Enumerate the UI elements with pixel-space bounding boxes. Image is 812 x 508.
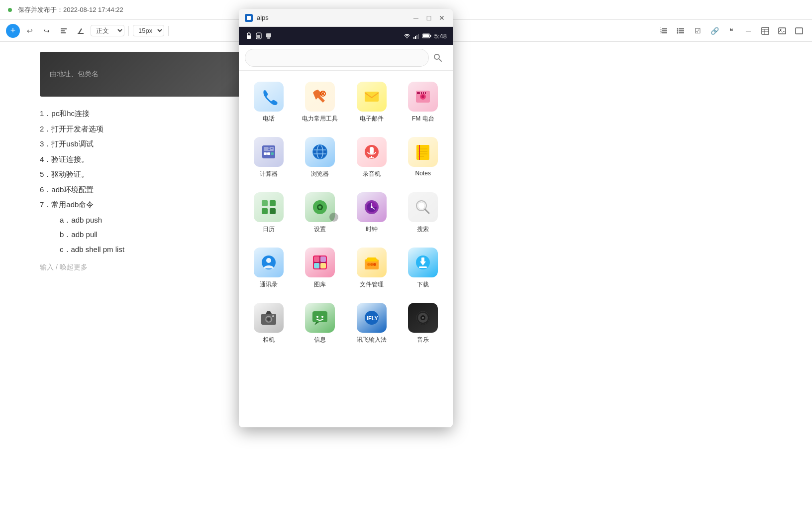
settings-icon [305, 192, 335, 222]
calc-label: 计算器 [260, 170, 278, 178]
status-icons-right: 5:48 [404, 32, 447, 40]
app-files[interactable]: 文件管理 [349, 245, 394, 292]
app-email[interactable]: 电子邮件 [349, 79, 394, 126]
sim-icon [255, 32, 263, 40]
image-button[interactable] [775, 24, 789, 38]
svg-rect-54 [271, 148, 273, 149]
app-notes[interactable]: Notes [401, 134, 445, 181]
svg-rect-73 [270, 200, 276, 206]
clock-label: 时钟 [366, 225, 378, 234]
svg-rect-51 [264, 152, 267, 155]
app-sms[interactable]: 信息 [298, 300, 342, 347]
gallery-label: 图库 [314, 280, 326, 289]
svg-point-105 [272, 315, 274, 317]
app-row-1: 电话 电力常用工具 [239, 77, 453, 128]
sms-label: 信息 [314, 336, 326, 344]
svg-rect-20 [779, 28, 786, 34]
phone-label: 电话 [263, 115, 275, 123]
redo-button[interactable]: ↪ [40, 24, 54, 38]
svg-rect-63 [370, 147, 374, 154]
svg-rect-23 [247, 16, 251, 20]
app-fm[interactable]: FM 电台 [401, 79, 445, 126]
app-row-2: 计算器 浏览器 [239, 132, 453, 183]
svg-point-97 [373, 263, 376, 266]
app-ifly[interactable]: iFLY 讯飞输入法 [349, 300, 394, 347]
android-search-input[interactable] [245, 49, 429, 67]
settings-label: 设置 [314, 225, 326, 234]
table-button[interactable] [758, 24, 772, 38]
checkbox-button[interactable]: ☑ [691, 24, 705, 38]
sms-icon [305, 303, 335, 333]
svg-rect-31 [416, 35, 417, 39]
svg-text:iFLY: iFLY [367, 315, 378, 321]
camera-label: 相机 [263, 336, 275, 344]
svg-rect-0 [61, 28, 67, 29]
ordered-list-button[interactable]: 123 [657, 24, 671, 38]
svg-rect-66 [416, 145, 429, 160]
app-music[interactable]: 音乐 [401, 300, 445, 347]
clock-icon [357, 192, 387, 222]
app-phone[interactable]: 电话 [246, 79, 291, 126]
font-style-select[interactable]: 正文 标题1 标题2 [91, 25, 124, 36]
app-recorder[interactable]: 录音机 [349, 134, 394, 181]
app-calendar[interactable]: 日历 [246, 189, 291, 237]
svg-rect-6 [662, 32, 667, 33]
download-label: 下载 [417, 280, 429, 289]
svg-point-78 [318, 206, 321, 209]
link-button[interactable]: 🔗 [708, 24, 721, 38]
window-controls: ─ □ ✕ [411, 13, 447, 23]
bullet-list-button[interactable] [674, 24, 688, 38]
search-button[interactable] [429, 49, 447, 67]
search-label: 搜索 [417, 225, 429, 234]
camera-icon [254, 303, 284, 333]
maximize-button[interactable]: □ [424, 13, 434, 23]
more-button[interactable] [792, 24, 806, 38]
clear-button[interactable] [74, 24, 88, 38]
svg-rect-27 [266, 33, 271, 37]
window-app-icon [245, 14, 253, 22]
app-calc[interactable]: 计算器 [246, 134, 291, 181]
app-browser[interactable]: 浏览器 [298, 134, 342, 181]
browser-icon [305, 137, 335, 167]
svg-rect-22 [796, 28, 803, 34]
svg-rect-91 [320, 256, 326, 262]
app-contacts[interactable]: 通讯录 [246, 245, 291, 292]
email-label: 电子邮件 [360, 115, 384, 123]
font-size-select[interactable]: 15px 12px 18px 24px [133, 25, 164, 36]
svg-point-114 [422, 317, 424, 319]
app-settings[interactable]: 设置 [298, 189, 342, 237]
app-gallery[interactable]: 图库 [298, 245, 342, 292]
window-titlebar: alps ─ □ ✕ [239, 9, 453, 27]
svg-point-87 [266, 258, 271, 263]
calendar-label: 日历 [263, 225, 275, 234]
quote-button[interactable]: ❝ [724, 24, 738, 38]
svg-point-44 [421, 95, 424, 98]
svg-rect-53 [271, 152, 274, 155]
app-camera[interactable]: 相机 [246, 300, 291, 347]
app-tools[interactable]: 电力常用工具 [298, 79, 342, 126]
svg-point-82 [371, 206, 373, 208]
app-download[interactable]: 下载 [401, 245, 445, 292]
svg-rect-29 [413, 37, 414, 39]
add-button[interactable]: + [6, 24, 20, 38]
music-label: 音乐 [417, 336, 429, 344]
svg-rect-74 [262, 208, 268, 214]
divider-insert-button[interactable]: ─ [741, 24, 755, 38]
svg-rect-1 [61, 30, 65, 31]
browser-label: 浏览器 [311, 170, 329, 178]
divider-1 [128, 26, 129, 36]
svg-point-84 [418, 202, 425, 209]
email-icon [357, 82, 387, 112]
svg-point-104 [267, 318, 270, 321]
close-button[interactable]: ✕ [437, 13, 447, 23]
minimize-button[interactable]: ─ [411, 13, 421, 23]
app-search[interactable]: 搜索 [401, 189, 445, 237]
app-clock[interactable]: 时钟 [349, 189, 394, 237]
status-time: 5:48 [434, 32, 447, 40]
calendar-icon [254, 192, 284, 222]
format-button[interactable] [57, 24, 71, 38]
svg-rect-26 [257, 35, 260, 38]
undo-button[interactable]: ↩ [23, 24, 37, 38]
svg-rect-47 [423, 92, 424, 94]
svg-point-107 [316, 316, 318, 318]
